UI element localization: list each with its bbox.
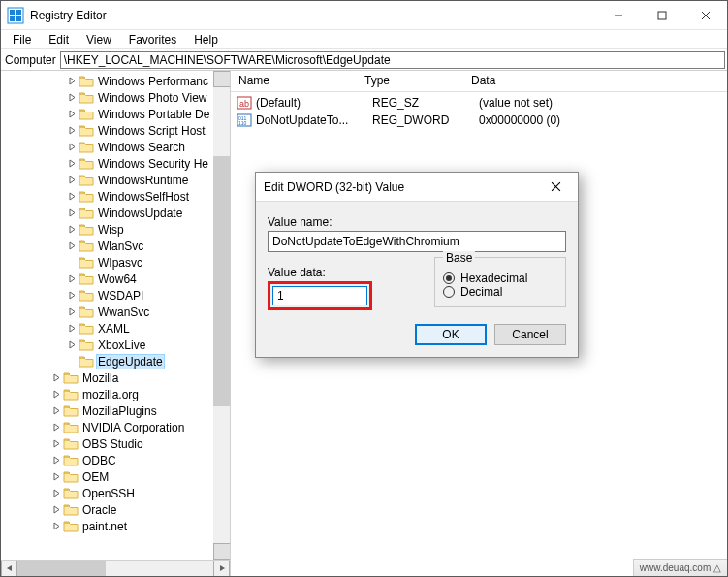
folder-icon: [79, 355, 94, 369]
menu-file[interactable]: File: [5, 31, 39, 48]
chevron-right-icon[interactable]: [49, 423, 63, 432]
chevron-right-icon[interactable]: [65, 291, 79, 300]
menu-edit[interactable]: Edit: [41, 31, 77, 48]
chevron-right-icon[interactable]: [49, 406, 63, 415]
chevron-right-icon[interactable]: [49, 505, 63, 514]
tree-item[interactable]: Windows Performanc: [3, 73, 230, 89]
scroll-thumb[interactable]: [17, 561, 106, 576]
tree-item[interactable]: Windows Search: [3, 139, 230, 155]
tree-item[interactable]: Wisp: [3, 221, 230, 238]
tree-item[interactable]: WIpasvc: [3, 254, 230, 271]
tree-item[interactable]: XAML: [3, 320, 230, 337]
tree-item-label: Windows Portable De: [96, 108, 211, 121]
scroll-up-button[interactable]: [213, 71, 231, 87]
chevron-right-icon[interactable]: [65, 307, 79, 316]
scroll-left-button[interactable]: [1, 561, 17, 577]
tree-item[interactable]: WindowsSelfHost: [3, 188, 230, 205]
chevron-right-icon[interactable]: [49, 456, 63, 465]
tree-view[interactable]: Windows PerformancWindows Photo ViewWind…: [1, 71, 230, 560]
tree-item[interactable]: WindowsUpdate: [3, 205, 230, 221]
tree-item[interactable]: paint.net: [3, 518, 230, 534]
cell-data: 0x00000000 (0): [479, 113, 727, 127]
value-name-label: Value name:: [268, 215, 566, 229]
scroll-thumb[interactable]: [213, 156, 230, 407]
chevron-right-icon[interactable]: [65, 159, 79, 168]
column-data[interactable]: Data: [463, 71, 727, 91]
tree-item-label: Mozilla: [80, 371, 120, 385]
scroll-right-button[interactable]: [213, 561, 230, 577]
chevron-right-icon[interactable]: [49, 489, 63, 497]
list-row[interactable]: ab(Default)REG_SZ(value not set): [231, 94, 727, 112]
tree-item-label: WlanSvc: [96, 240, 145, 253]
minimize-button[interactable]: [596, 1, 640, 29]
svg-rect-3: [10, 16, 15, 21]
tree-vertical-scrollbar[interactable]: [213, 71, 230, 560]
tree-item[interactable]: XboxLive: [3, 337, 230, 353]
ok-button[interactable]: OK: [415, 324, 487, 345]
cancel-button[interactable]: Cancel: [494, 324, 566, 345]
tree-item[interactable]: OpenSSH: [3, 485, 230, 501]
address-input[interactable]: [60, 51, 725, 69]
chevron-right-icon[interactable]: [65, 126, 79, 135]
chevron-right-icon[interactable]: [65, 340, 79, 349]
chevron-right-icon[interactable]: [65, 208, 79, 217]
tree-item[interactable]: Windows Photo View: [3, 89, 230, 106]
chevron-right-icon[interactable]: [65, 241, 79, 250]
close-button[interactable]: [683, 1, 727, 29]
tree-item[interactable]: Windows Security He: [3, 155, 230, 172]
radio-decimal[interactable]: Decimal: [443, 285, 557, 299]
chevron-right-icon[interactable]: [65, 77, 79, 85]
value-data-input[interactable]: [272, 286, 367, 305]
dialog-close-button[interactable]: [541, 181, 570, 192]
list-row[interactable]: 011110DoNotUpdateTo...REG_DWORD0x0000000…: [231, 112, 727, 129]
folder-icon: [79, 75, 94, 88]
tree-item-label: Windows Script Host: [96, 124, 207, 138]
chevron-right-icon[interactable]: [49, 439, 63, 448]
tree-horizontal-scrollbar[interactable]: [1, 560, 230, 576]
radio-hexadecimal[interactable]: Hexadecimal: [443, 272, 557, 285]
chevron-right-icon[interactable]: [65, 110, 79, 118]
tree-item[interactable]: Windows Portable De: [3, 106, 230, 122]
value-data-label: Value data:: [268, 266, 423, 279]
tree-item-label: WindowsUpdate: [96, 207, 184, 220]
tree-item[interactable]: Oracle: [3, 501, 230, 518]
menu-view[interactable]: View: [79, 31, 119, 48]
chevron-right-icon[interactable]: [65, 93, 79, 102]
chevron-right-icon[interactable]: [65, 192, 79, 201]
tree-item[interactable]: NVIDIA Corporation: [3, 419, 230, 435]
tree-item[interactable]: OEM: [3, 468, 230, 485]
tree-item[interactable]: WlanSvc: [3, 238, 230, 254]
chevron-right-icon[interactable]: [49, 522, 63, 530]
tree-item[interactable]: WSDAPI: [3, 287, 230, 304]
cell-name: DoNotUpdateTo...: [256, 113, 372, 127]
tree-item[interactable]: OBS Studio: [3, 435, 230, 452]
maximize-button[interactable]: [640, 1, 683, 29]
chevron-right-icon[interactable]: [65, 274, 79, 283]
chevron-right-icon[interactable]: [65, 324, 79, 333]
menu-favorites[interactable]: Favorites: [121, 31, 184, 48]
tree-item[interactable]: Mozilla: [3, 369, 230, 386]
value-name-input[interactable]: [268, 231, 566, 252]
tree-item[interactable]: mozilla.org: [3, 386, 230, 402]
tree-item[interactable]: WwanSvc: [3, 304, 230, 320]
chevron-right-icon[interactable]: [49, 390, 63, 399]
chevron-right-icon[interactable]: [49, 472, 63, 481]
chevron-right-icon[interactable]: [65, 225, 79, 234]
tree-item[interactable]: EdgeUpdate: [3, 353, 230, 369]
column-name[interactable]: Name: [231, 71, 357, 91]
scroll-down-button[interactable]: [213, 543, 231, 560]
tree-item[interactable]: Windows Script Host: [3, 122, 230, 139]
tree-item[interactable]: MozillaPlugins: [3, 402, 230, 419]
svg-marker-11: [7, 565, 12, 571]
chevron-right-icon[interactable]: [65, 143, 79, 151]
column-type[interactable]: Type: [357, 71, 463, 91]
tree-item[interactable]: Wow64: [3, 271, 230, 287]
chevron-right-icon[interactable]: [65, 176, 79, 184]
chevron-right-icon[interactable]: [49, 373, 63, 382]
dialog-title-bar[interactable]: Edit DWORD (32-bit) Value: [256, 173, 578, 202]
menu-help[interactable]: Help: [186, 31, 226, 48]
tree-item[interactable]: ODBC: [3, 452, 230, 468]
folder-icon: [79, 322, 94, 336]
svg-rect-1: [10, 10, 15, 15]
tree-item[interactable]: WindowsRuntime: [3, 172, 230, 188]
